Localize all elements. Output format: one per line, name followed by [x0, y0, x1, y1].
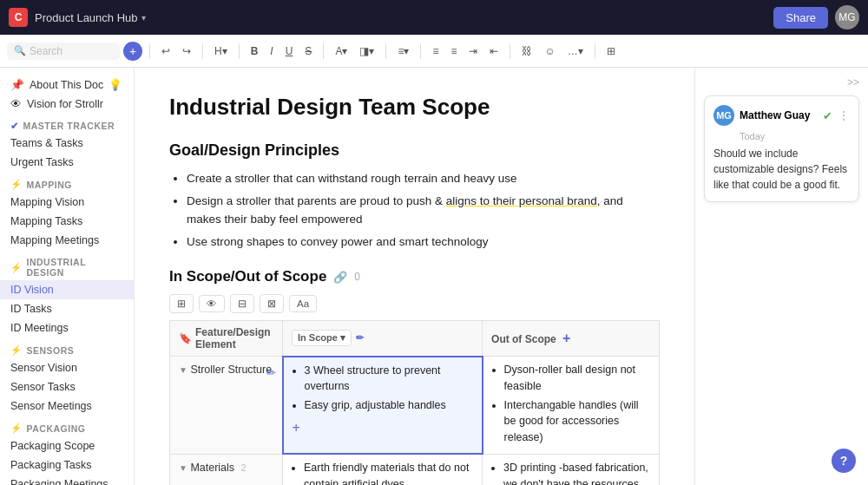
comment-card: MG Matthew Guay ✔ ⋮ Today Should we incl… [704, 95, 859, 202]
bolt-icon3: ⚡ [10, 344, 23, 356]
sidebar-item-packaging-meetings[interactable]: Packaging Meetings [0, 475, 134, 485]
list-item: Create a stroller that can withstand rou… [187, 170, 660, 187]
comment-avatar: MG [713, 105, 734, 126]
redo-button[interactable]: ↪ [178, 43, 195, 59]
sidebar-item-id-tasks[interactable]: ID Tasks [0, 299, 134, 318]
pin-icon: 📌 [10, 78, 24, 91]
right-panel-toggle[interactable]: >> [704, 76, 859, 88]
more-button[interactable]: …▾ [563, 43, 588, 59]
comment-author: Matthew Guay [740, 109, 818, 121]
sidebar-item-sensor-meetings[interactable]: Sensor Meetings [0, 397, 134, 416]
divider2 [202, 43, 203, 59]
divider6 [420, 43, 421, 59]
col-out-scope: Out of Scope + [483, 321, 660, 357]
check-icon: ✔ [823, 109, 832, 122]
table-view-btn[interactable]: ⊞ [169, 294, 194, 313]
table-filter-btn[interactable]: ⊟ [230, 294, 254, 313]
edit-icon[interactable]: ✏ [356, 332, 364, 344]
divider8 [595, 43, 595, 59]
strikethrough-button[interactable]: S [300, 43, 316, 59]
goals-list: Create a stroller that can withstand rou… [169, 170, 660, 251]
italic-button[interactable]: I [266, 43, 277, 59]
sidebar-item-sensor-tasks[interactable]: Sensor Tasks [0, 377, 134, 397]
list-ol-button[interactable]: ≡ [446, 43, 461, 59]
link-icon: 🔗 [333, 271, 347, 284]
heading-dropdown[interactable]: H▾ [210, 43, 232, 59]
divider4 [323, 43, 324, 59]
bolt-icon: ⚡ [10, 179, 23, 190]
table-button[interactable]: ⊞ [602, 43, 620, 59]
sidebar-item-mapping-meetings[interactable]: Mapping Meetings [0, 231, 134, 250]
sidebar-section-sensors: ⚡ SENSORS [0, 338, 134, 358]
underline-button[interactable]: U [281, 43, 298, 59]
undo-button[interactable]: ↩ [157, 43, 174, 59]
table-eye-btn[interactable]: 👁 [199, 295, 225, 312]
sidebar-section-master: ✔ MASTER TRACKER [0, 114, 134, 134]
table-text-btn[interactable]: Aa [289, 295, 317, 312]
sidebar-item-urgent[interactable]: Urgent Tasks [0, 153, 134, 172]
link-button[interactable]: ⛓ [517, 43, 536, 59]
bookmark-icon: 🔖 [179, 332, 192, 344]
lightbulb-icon: 💡 [108, 78, 122, 91]
sidebar-item-about[interactable]: 📌 About This Doc 💡 [0, 75, 134, 95]
sidebar-item-teams[interactable]: Teams & Tasks [0, 134, 134, 153]
sidebar-item-packaging-scope[interactable]: Packaging Scope [0, 436, 134, 456]
link-count: 0 [354, 271, 360, 283]
brand-link[interactable]: aligns to their personal brand [446, 194, 597, 207]
sidebar-section-mapping: ⚡ MAPPING [0, 172, 134, 193]
avatar[interactable]: MG [835, 5, 859, 29]
divider3 [239, 43, 240, 59]
table-group-btn[interactable]: ⊠ [260, 294, 284, 313]
row-edit-icon[interactable]: ✏ [266, 364, 276, 382]
expand-icon[interactable]: ▼ [179, 463, 187, 473]
bolt-icon4: ⚡ [10, 423, 23, 434]
page-title: Industrial Design Team Scope [169, 94, 660, 121]
section-heading-goals: Goal/Design Principles [169, 141, 660, 160]
check-icon: ✔ [10, 121, 19, 131]
list-item: Use strong shapes to convey power and sm… [187, 233, 660, 251]
sidebar-item-mapping-tasks[interactable]: Mapping Tasks [0, 212, 134, 231]
text-color-button[interactable]: A▾ [331, 43, 352, 59]
sidebar-section-industrial: ⚡ INDUSTRIAL DESIGN [0, 250, 134, 280]
list-item: Design a stroller that parents are proud… [187, 193, 660, 228]
eye-icon: 👁 [10, 98, 22, 110]
bolt-icon2: ⚡ [10, 262, 23, 273]
sidebar-item-vision-strollr[interactable]: 👁 Vision for Strollr [0, 95, 134, 114]
share-button[interactable]: Share [773, 7, 828, 29]
comment-time: Today [740, 131, 850, 141]
table-section-header: In Scope/Out of Scope 🔗 0 [169, 268, 660, 285]
indent-button[interactable]: ⇥ [464, 43, 482, 59]
outdent-button[interactable]: ⇤ [485, 43, 503, 59]
topbar: C Product Launch Hub ▾ Share MG [0, 0, 868, 35]
list-item: Earth friendly materials that do not con… [304, 460, 473, 485]
sidebar-item-mapping-vision[interactable]: Mapping Vision [0, 193, 134, 212]
help-button[interactable]: ? [832, 449, 856, 473]
sidebar-item-id-vision[interactable]: ID Vision [0, 280, 134, 299]
list-ul-button[interactable]: ≡ [428, 43, 443, 59]
add-item-button[interactable]: + [293, 417, 473, 438]
more-icon[interactable]: ⋮ [838, 108, 850, 122]
sidebar-item-id-meetings[interactable]: ID Meetings [0, 318, 134, 338]
bold-button[interactable]: B [247, 43, 263, 59]
table-title: In Scope/Out of Scope [169, 268, 326, 285]
feature-cell: ▼ Materials 2 [170, 454, 283, 485]
add-button[interactable]: + [123, 42, 142, 61]
workspace-chevron-icon: ▾ [141, 13, 146, 23]
list-item: 3D printing -based fabrication, we don't… [503, 460, 650, 485]
table-toolbar: ⊞ 👁 ⊟ ⊠ Aa [169, 294, 660, 313]
row-number: 2 [241, 462, 247, 473]
highlight-button[interactable]: ◨▾ [355, 43, 378, 59]
expand-icon[interactable]: ▼ [179, 365, 187, 375]
list-item: Easy grip, adjustable handles [305, 397, 473, 414]
in-scope-cell: ✏ 3 Wheel structure to prevent overturns… [283, 357, 483, 455]
search-input[interactable]: 🔍 Search [7, 43, 120, 60]
in-scope-dropdown[interactable]: In Scope ▾ [292, 330, 352, 346]
add-column-button[interactable]: + [559, 331, 574, 345]
align-button[interactable]: ≡▾ [393, 43, 413, 59]
sidebar-item-packaging-tasks[interactable]: Packaging Tasks [0, 456, 134, 475]
workspace-title[interactable]: Product Launch Hub ▾ [35, 11, 146, 24]
main-layout: 📌 About This Doc 💡 👁 Vision for Strollr … [0, 68, 868, 485]
emoji-button[interactable]: ☺ [540, 43, 559, 59]
comment-header: MG Matthew Guay ✔ ⋮ [713, 105, 850, 126]
sidebar-item-sensor-vision[interactable]: Sensor Vision [0, 358, 134, 377]
